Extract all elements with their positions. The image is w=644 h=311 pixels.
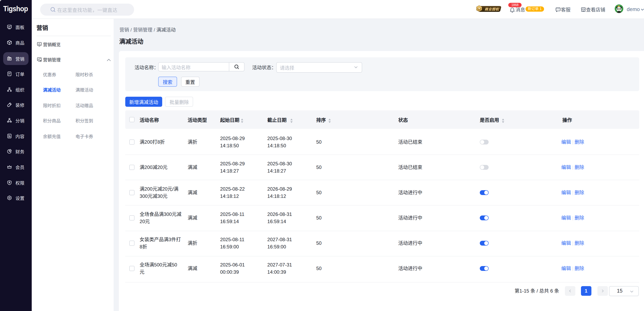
svg-text:商业授权: 商业授权 [484,7,499,11]
